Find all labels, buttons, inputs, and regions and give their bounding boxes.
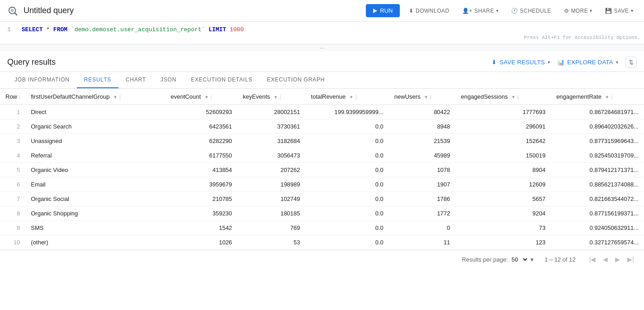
svg-line-1 [15,13,17,15]
cell-eventcount: 52609293 [166,105,238,119]
sql-editor[interactable]: 1 SELECT * FROM `demo.demoset.user_acqui… [0,22,644,44]
cell-row-num: 8 [0,206,25,221]
svg-point-2 [10,9,14,12]
cell-engagedsessions: 9204 [455,206,551,221]
cell-engagedsessions: 8904 [455,163,551,177]
cell-eventcount: 6423561 [166,119,238,134]
cell-newusers: 0 [389,221,455,235]
cell-newusers: 8948 [389,119,455,134]
resize-icon: | [19,95,20,100]
col-header-newUsers[interactable]: newUsers ▼| [389,89,455,105]
editor-resize-handle[interactable]: — [0,44,644,51]
cell-totalrevenue: 0.0 [306,134,389,148]
run-label: RUN [380,7,393,14]
cell-engagedsessions: 1777693 [455,105,551,119]
sort-icon-key: ▼ [274,95,278,100]
cell-engagementrate: 0.877156199371... [551,206,644,221]
cell-newusers: 1907 [389,177,455,192]
col-header-keyEvents[interactable]: keyEvents ▼| [237,89,305,105]
sort-icon-rate: ▼ [605,95,610,100]
share-label: SHARE [474,8,494,14]
cell-row-num: 5 [0,163,25,177]
tab-execution-graph[interactable]: EXECUTION GRAPH [260,72,332,88]
chevron-down-icon-perpage: ▾ [530,256,534,263]
tab-chart[interactable]: CHART [118,72,153,88]
per-page-select[interactable]: 10 25 50 100 [510,256,529,263]
table-body: 1 Direct 52609293 28002151 199.939995999… [0,105,644,250]
col-header-firstUserDefaultChannelGroup[interactable]: firstUserDefaultChannelGroup ▼| [25,89,165,105]
resize-col-revenue: | [355,95,357,100]
cell-channel: Organic Social [25,192,165,206]
tab-results[interactable]: RESULTS [77,72,118,88]
save-icon: 💾 [605,8,612,14]
cell-channel: Organic Search [25,119,165,134]
share-button[interactable]: 👤+ SHARE ▾ [459,5,502,17]
cell-newusers: 1078 [389,163,455,177]
cell-keyevents: 769 [237,221,305,235]
top-bar: Untitled query RUN ⬇ DOWNLOAD 👤+ SHARE ▾… [0,0,644,22]
page-info: 1 – 12 of 12 [545,256,576,263]
tab-execution-details[interactable]: EXECUTION DETAILS [184,72,260,88]
explore-data-icon: 📊 [557,59,564,66]
schedule-button[interactable]: 🕐 SCHEDULE [507,5,555,17]
sort-icon-sessions: ▼ [511,95,516,100]
chevron-down-icon-explore: ▾ [616,60,618,65]
cell-newusers: 1772 [389,206,455,221]
col-header-totalRevenue[interactable]: totalRevenue ▼| [306,89,389,105]
share-icon: 👤+ [462,8,473,14]
resize-col-channel: | [119,95,121,100]
table-row: 5 Organic Video 413854 207262 0.0 1078 8… [0,163,644,177]
cell-totalrevenue: 0.0 [306,119,389,134]
chevron-down-icon: ▾ [496,8,499,13]
cell-row-num: 2 [0,119,25,134]
play-icon [373,9,377,13]
col-header-engagedSessions[interactable]: engagedSessions ▼| [455,89,551,105]
cell-engagementrate: 0.877315969643... [551,134,644,148]
cell-engagementrate: 0.896402032626... [551,119,644,134]
cell-engagedsessions: 73 [455,221,551,235]
download-icon: ⬇ [409,8,414,14]
cell-row-num: 7 [0,192,25,206]
results-table-container: Row | firstUserDefaultChannelGroup ▼| ev… [0,89,644,250]
cell-row-num: 6 [0,177,25,192]
table-row: 2 Organic Search 6423561 3730361 0.0 894… [0,119,644,134]
tab-job-information[interactable]: JOB INFORMATION [7,72,77,88]
keyword-limit: LIMIT [208,26,226,33]
run-button[interactable]: RUN [366,4,400,17]
table-row: 10 (other) 1026 53 0.0 11 123 0.32712765… [0,235,644,250]
col-header-eventCount[interactable]: eventCount ▼| [166,89,238,105]
expand-button[interactable]: ⇅ [625,57,637,68]
more-button[interactable]: ⚙ MORE ▾ [560,5,596,17]
save-results-button[interactable]: ⬇ SAVE RESULTS ▾ [492,59,550,66]
prev-page-button[interactable]: ◀ [600,254,611,265]
cell-engagedsessions: 150019 [455,148,551,163]
cell-keyevents: 180185 [237,206,305,221]
col-header-engagementRate[interactable]: engagementRate ▼| [551,89,644,105]
sql-star: * [46,26,53,33]
gear-icon: ⚙ [564,8,569,14]
explore-data-button[interactable]: 📊 EXPLORE DATA ▾ [557,59,618,66]
first-page-button[interactable]: |◀ [587,254,599,265]
save-button[interactable]: 💾 SAVE ▾ [601,5,637,17]
cell-row-num: 4 [0,148,25,163]
cell-engagementrate: 0.867284681971... [551,105,644,119]
resize-col-rate: | [611,95,612,100]
cell-channel: Referral [25,148,165,163]
keyword-select: SELECT [22,26,43,33]
last-page-button[interactable]: ▶| [625,254,637,265]
cell-eventcount: 1542 [166,221,238,235]
expand-icon: ⇅ [629,59,634,66]
chevron-down-icon-save-results: ▾ [548,60,550,65]
more-label: MORE [571,8,588,14]
cell-totalrevenue: 0.0 [306,235,389,250]
cell-row-num: 3 [0,134,25,148]
download-button[interactable]: ⬇ DOWNLOAD [405,5,453,17]
cell-engagedsessions: 296091 [455,119,551,134]
next-page-button[interactable]: ▶ [612,254,623,265]
tab-json[interactable]: JSON [153,72,184,88]
table-row: 7 Organic Social 210785 102749 0.0 1786 … [0,192,644,206]
cell-keyevents: 3730361 [237,119,305,134]
table-reference: `demo.demoset.user_acquisition_report` [71,26,205,33]
save-results-label: SAVE RESULTS [500,59,545,66]
table-row: 6 Email 3959679 198989 0.0 1907 12609 0.… [0,177,644,192]
